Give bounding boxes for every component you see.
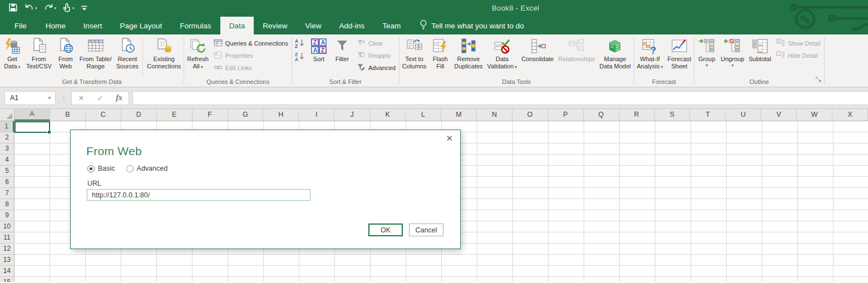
row-header-12[interactable]: 12 xyxy=(0,244,14,255)
row-header-4[interactable]: 4 xyxy=(0,155,14,166)
column-header-d[interactable]: D xyxy=(121,109,157,121)
column-header-v[interactable]: V xyxy=(761,109,797,121)
tell-me-box[interactable]: Tell me what you want to do xyxy=(415,17,529,34)
column-header-j[interactable]: J xyxy=(334,109,370,121)
column-header-w[interactable]: W xyxy=(797,109,832,121)
data-validation-button[interactable]: DataValidation▾ xyxy=(486,36,519,77)
formula-bar-input[interactable] xyxy=(132,91,868,105)
tab-page-layout[interactable]: Page Layout xyxy=(111,17,171,34)
undo-button[interactable]: ▾ xyxy=(23,2,39,14)
radio-advanced[interactable]: Advanced xyxy=(126,165,168,172)
column-header-r[interactable]: R xyxy=(619,109,655,121)
remove-duplicates-button[interactable]: RemoveDuplicates xyxy=(452,36,484,77)
redo-button[interactable]: ▾ xyxy=(42,2,58,14)
insert-function-icon[interactable]: fx xyxy=(110,93,129,102)
row-header-1[interactable]: 1 xyxy=(0,121,14,132)
column-header-g[interactable]: G xyxy=(228,109,264,121)
tab-home[interactable]: Home xyxy=(37,17,75,34)
tab-add-ins[interactable]: Add-ins xyxy=(330,17,373,34)
row-header-9[interactable]: 9 xyxy=(0,210,14,221)
row-header-13[interactable]: 13 xyxy=(0,255,14,266)
touch-mode-button[interactable]: ▾ xyxy=(61,2,76,16)
dialog-close-icon[interactable]: ✕ xyxy=(446,133,453,143)
what-if-analysis-button[interactable]: ?What-IfAnalysis▾ xyxy=(635,36,665,77)
column-header-k[interactable]: K xyxy=(370,109,406,121)
dialog-launcher-icon[interactable] xyxy=(816,75,822,85)
dropdown-caret-icon: ▾ xyxy=(721,63,744,68)
row-header-2[interactable]: 2 xyxy=(0,132,14,143)
recent-sources-button[interactable]: RecentSources xyxy=(115,36,140,77)
column-header-i[interactable]: I xyxy=(299,109,334,121)
tab-review[interactable]: Review xyxy=(254,17,296,34)
column-header-o[interactable]: O xyxy=(512,109,548,121)
sort-descending-button[interactable]: ZA xyxy=(293,51,307,64)
save-button[interactable] xyxy=(7,2,19,16)
forecast-sheet-button[interactable]: ForecastSheet xyxy=(666,36,693,77)
column-header-b[interactable]: B xyxy=(50,109,86,121)
subtotal-button[interactable]: Subtotal xyxy=(747,36,773,77)
column-header-m[interactable]: M xyxy=(441,109,477,121)
name-box-dropdown-icon[interactable]: ▼ xyxy=(47,96,52,101)
data-model-icon xyxy=(606,37,624,56)
tab-data[interactable]: Data xyxy=(220,17,254,34)
column-header-n[interactable]: N xyxy=(477,109,512,121)
consolidate-button[interactable]: Consolidate xyxy=(520,36,555,77)
tab-formulas[interactable]: Formulas xyxy=(171,17,220,34)
advanced-filter-button[interactable]: Advanced xyxy=(354,62,398,74)
column-header-c[interactable]: C xyxy=(86,109,121,121)
ok-button[interactable]: OK xyxy=(368,224,403,236)
active-cell-a1[interactable] xyxy=(14,121,50,133)
filter-button[interactable]: Filter xyxy=(331,36,353,77)
column-header-s[interactable]: S xyxy=(655,109,691,121)
flash-fill-button[interactable]: FlashFill xyxy=(429,36,451,77)
customize-qat-button[interactable] xyxy=(80,2,89,14)
column-header-f[interactable]: F xyxy=(193,109,228,121)
radio-basic[interactable]: Basic xyxy=(87,165,115,172)
row-header-7[interactable]: 7 xyxy=(0,188,14,199)
from-web-button[interactable]: FromWeb xyxy=(55,36,77,77)
row-header-15[interactable]: 15 xyxy=(0,277,14,282)
confirm-entry-icon[interactable]: ✓ xyxy=(91,94,110,102)
url-input[interactable] xyxy=(87,189,310,201)
row-header-3[interactable]: 3 xyxy=(0,143,14,155)
show-detail-button: Show Detail xyxy=(773,37,823,49)
titlebar-decoration xyxy=(780,0,868,32)
cancel-entry-icon[interactable]: ✕ xyxy=(72,94,91,102)
row-header-11[interactable]: 11 xyxy=(0,232,14,244)
from-table-range-button[interactable]: From Table/Range xyxy=(78,36,114,77)
text-to-columns-button[interactable]: Text toColumns xyxy=(401,36,428,77)
row-header-10[interactable]: 10 xyxy=(0,221,14,232)
group-button[interactable]: Group▾ xyxy=(696,36,718,77)
ungroup-button[interactable]: Ungroup▾ xyxy=(719,36,746,77)
select-all-corner[interactable] xyxy=(0,109,14,121)
column-header-t[interactable]: T xyxy=(690,109,726,121)
get-data-button[interactable]: GetData▾ xyxy=(1,36,23,77)
tab-view[interactable]: View xyxy=(296,17,330,34)
column-header-h[interactable]: H xyxy=(263,109,299,121)
sort-button[interactable]: ZAAZSort xyxy=(308,36,330,77)
name-box[interactable]: A1 ▼ xyxy=(4,91,56,105)
titlebar: ▾▾▾ Book8 - Excel xyxy=(0,0,868,17)
row-header-6[interactable]: 6 xyxy=(0,177,14,188)
column-header-x[interactable]: X xyxy=(832,109,868,121)
undo-icon xyxy=(24,3,34,13)
column-header-u[interactable]: U xyxy=(726,109,761,121)
row-header-5[interactable]: 5 xyxy=(0,166,14,177)
column-header-q[interactable]: Q xyxy=(584,109,619,121)
column-header-l[interactable]: L xyxy=(406,109,441,121)
column-header-p[interactable]: P xyxy=(548,109,584,121)
queries-connections-button[interactable]: Queries & Connections xyxy=(211,37,291,49)
row-header-14[interactable]: 14 xyxy=(0,266,14,277)
tab-insert[interactable]: Insert xyxy=(75,17,111,34)
from-text-csv-button[interactable]: FromText/CSV xyxy=(24,36,53,77)
refresh-all-button[interactable]: RefreshAll▾ xyxy=(185,36,210,77)
tab-file[interactable]: File xyxy=(4,17,37,34)
manage-data-model-button[interactable]: ManageData Model xyxy=(598,36,632,77)
existing-connections-button[interactable]: ExistingConnections xyxy=(145,36,183,77)
tab-team[interactable]: Team xyxy=(373,17,410,34)
sort-ascending-button[interactable]: AZ xyxy=(293,37,307,51)
column-header-e[interactable]: E xyxy=(157,109,193,121)
row-header-8[interactable]: 8 xyxy=(0,199,14,210)
column-header-a[interactable]: A xyxy=(14,109,50,121)
cancel-button[interactable]: Cancel xyxy=(409,224,443,236)
